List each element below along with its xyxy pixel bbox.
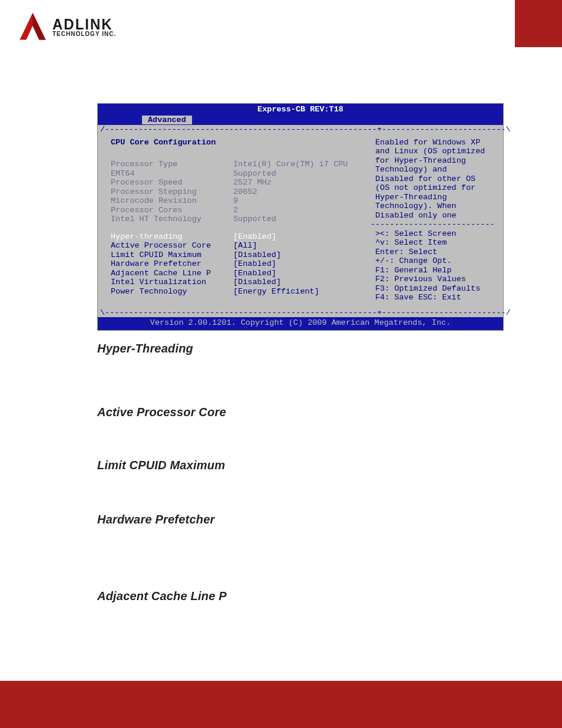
bios-info-label: Processor Stepping (111, 187, 233, 197)
bios-option-label: Active Processor Core (111, 241, 233, 251)
bios-nav-line: F2: Previous Values (375, 275, 497, 284)
bios-tab-advanced[interactable]: Advanced (142, 116, 192, 125)
bios-help-line: (OS not optimized for (375, 183, 497, 193)
bios-help-line: Technology) and (375, 165, 497, 174)
logo-mark-icon (16, 11, 49, 43)
bios-nav-line: ><: Select Screen (375, 229, 497, 239)
bios-option-row[interactable]: Active Processor Core[All] (111, 241, 365, 251)
bios-option-label: Hardware Prefetcher (111, 259, 233, 269)
doc-heading-limit-cpuid: Limit CPUID Maximum (97, 459, 225, 472)
ascii-divider: -------------------------- (371, 220, 497, 229)
bios-right-pane: Enabled for Windows XPand Linux (OS opti… (371, 134, 503, 308)
bios-option-label: Power Technology (111, 287, 233, 297)
bios-info-label: Processor Type (111, 160, 233, 169)
bios-info-label: EMT64 (111, 169, 233, 179)
bios-tab-row: Advanced (98, 116, 503, 126)
bios-option-row[interactable]: Power Technology[Energy Efficient] (111, 287, 365, 297)
bios-option-value: [Enabled] (233, 259, 276, 269)
bios-info-value: Intel(R) Core(TM) i7 CPU (233, 160, 348, 169)
logo: ADLINK TECHNOLOGY INC. (16, 11, 116, 43)
bios-help-line: Technology). When (375, 202, 497, 211)
bios-info-row: Microcode Revision9 (111, 196, 365, 206)
ascii-border-bot: \---------------------------------------… (98, 308, 503, 318)
bios-option-value: [Disabled] (233, 251, 281, 260)
bios-section-heading: CPU Core Configuration (111, 138, 365, 147)
bios-option-row[interactable]: Adjacent Cache Line P[Enabled] (111, 269, 365, 278)
bios-title: Express-CB REV:T18 (98, 104, 503, 116)
bios-option-value: [Enabled] (233, 232, 276, 242)
bios-option-value: [All] (233, 241, 257, 251)
bios-option-label: Intel Virtualization (111, 278, 233, 287)
bios-info-label: Microcode Revision (111, 196, 233, 206)
bios-option-label: Adjacent Cache Line P (111, 269, 233, 278)
bios-left-pane: CPU Core Configuration Processor TypeInt… (98, 134, 371, 308)
bios-help-line: Disabled only one (375, 211, 497, 220)
bios-option-label: Limit CPUID Maximum (111, 251, 233, 260)
ascii-border-top: /---------------------------------------… (98, 125, 503, 134)
bios-nav-line: F3: Optimized Defaults (375, 284, 497, 294)
bios-info-row: Processor TypeIntel(R) Core(TM) i7 CPU (111, 160, 365, 169)
bios-option-value: [Disabled] (233, 278, 281, 287)
bios-info-value: 2 (233, 206, 238, 215)
bios-option-row[interactable]: Hardware Prefetcher[Enabled] (111, 259, 365, 269)
bios-option-label: Hyper-threading (111, 232, 233, 242)
bios-info-value: 2527 MHz (233, 178, 272, 187)
bios-info-value: Supported (233, 215, 276, 224)
doc-heading-adjacent-cache: Adjacent Cache Line P (97, 589, 227, 603)
bottom-accent-band (0, 681, 562, 728)
bios-screenshot: Express-CB REV:T18 Advanced /-----------… (97, 103, 504, 331)
bios-info-row: Processor Cores2 (111, 206, 365, 215)
bios-help-line: and Linux (OS optimized (375, 147, 497, 156)
bios-nav-line: +/-: Change Opt. (375, 256, 497, 266)
doc-heading-hardware-prefetcher: Hardware Prefetcher (97, 513, 214, 526)
bios-info-value: 20652 (233, 187, 257, 197)
bios-help-line: Enabled for Windows XP (375, 138, 497, 147)
bios-info-row: EMT64Supported (111, 169, 365, 179)
bios-body: CPU Core Configuration Processor TypeInt… (98, 134, 503, 308)
bios-option-row[interactable]: Intel Virtualization[Disabled] (111, 278, 365, 287)
doc-heading-hyper-threading: Hyper-Threading (97, 342, 193, 355)
bios-footer: Version 2.00.1201. Copyright (C) 2009 Am… (98, 317, 503, 330)
bios-info-row: Processor Stepping20652 (111, 187, 365, 197)
bios-nav-line: F4: Save ESC: Exit (375, 293, 497, 302)
bios-option-row[interactable]: Hyper-threading[Enabled] (111, 232, 365, 242)
bios-info-label: Processor Speed (111, 178, 233, 187)
bios-option-value: [Energy Efficient] (233, 287, 319, 297)
bios-help-line: for Hyper-Threading (375, 156, 497, 166)
logo-text: ADLINK (52, 16, 116, 31)
doc-heading-active-processor-core: Active Processor Core (97, 406, 226, 419)
bios-info-row: Intel HT TechnologySupported (111, 215, 365, 224)
bios-option-row[interactable]: Limit CPUID Maximum[Disabled] (111, 251, 365, 260)
bios-nav-line: Enter: Select (375, 248, 497, 257)
bios-help-line: Disabled for other OS (375, 174, 497, 184)
bios-info-row: Processor Speed2527 MHz (111, 178, 365, 187)
bios-nav-line: ^v: Select Item (375, 238, 497, 248)
bios-nav-line: F1: General Help (375, 266, 497, 275)
bios-help-line: Hyper-Threading (375, 193, 497, 202)
bios-info-value: 9 (233, 196, 238, 206)
bios-option-value: [Enabled] (233, 269, 276, 278)
top-right-accent (515, 0, 562, 47)
bios-info-label: Intel HT Technology (111, 215, 233, 224)
bios-info-label: Processor Cores (111, 206, 233, 215)
bios-info-value: Supported (233, 169, 276, 179)
